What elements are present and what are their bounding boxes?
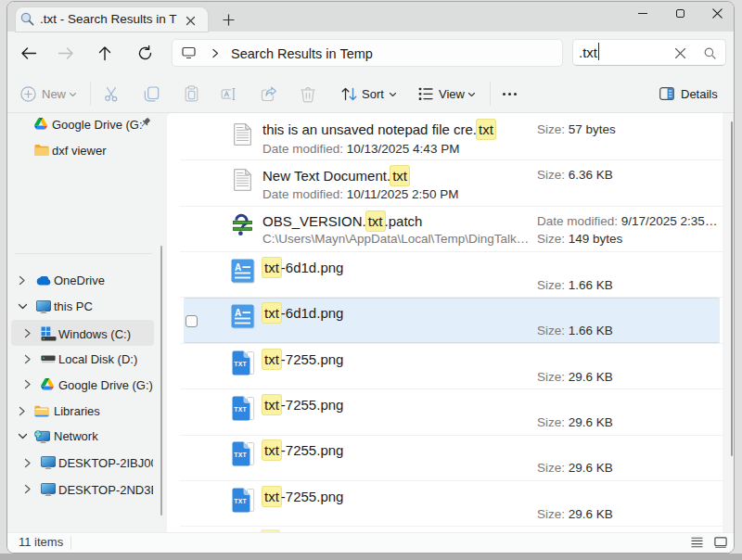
svg-text:TXT: TXT (234, 452, 247, 458)
svg-text:A: A (235, 308, 241, 318)
svg-text:TXT: TXT (234, 361, 247, 367)
svg-text:TXT: TXT (234, 498, 247, 504)
svg-text:A: A (235, 261, 241, 272)
svg-text:TXT: TXT (234, 406, 247, 413)
